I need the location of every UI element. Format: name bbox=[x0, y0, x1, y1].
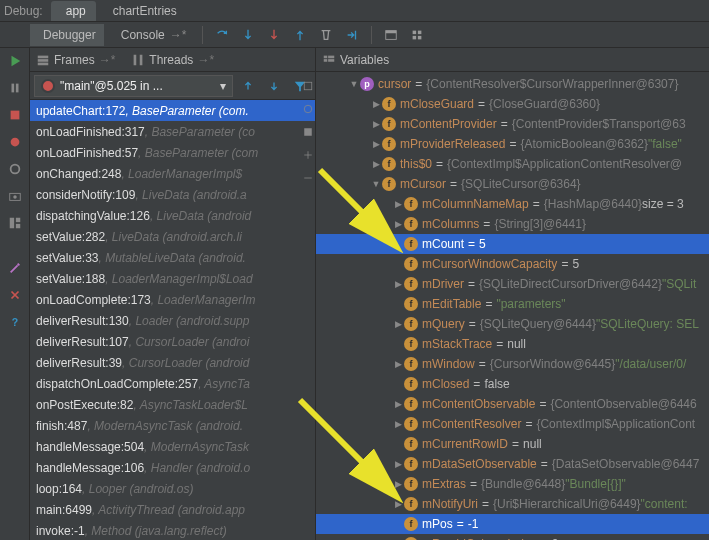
svg-rect-11 bbox=[418, 35, 422, 39]
variable-row[interactable]: fmStackTrace = null bbox=[316, 334, 709, 354]
pause-button[interactable] bbox=[8, 81, 22, 98]
svg-rect-34 bbox=[324, 59, 328, 62]
resume-button[interactable] bbox=[8, 54, 22, 71]
tab-chart-entries[interactable]: chartEntries bbox=[98, 1, 187, 21]
magic-wand-button[interactable] bbox=[8, 261, 22, 278]
stack-frame[interactable]: setValue:33, MutableLiveData (android. bbox=[30, 247, 315, 268]
stack-frame[interactable]: onLoadFinished:317, BaseParameter (co bbox=[30, 121, 315, 142]
svg-rect-32 bbox=[324, 55, 328, 58]
variable-row[interactable]: fmRowIdColumnIndex = 0 bbox=[316, 534, 709, 540]
stack-frame[interactable]: main:6499, ActivityThread (android.app bbox=[30, 499, 315, 520]
gutter-btn[interactable] bbox=[302, 149, 314, 164]
gutter-btn[interactable] bbox=[302, 103, 314, 118]
stack-frame[interactable]: loop:164, Looper (android.os) bbox=[30, 478, 315, 499]
close-button[interactable] bbox=[8, 288, 22, 305]
variable-row[interactable]: ▶fmColumns = {String[3]@6441} bbox=[316, 214, 709, 234]
stack-frame[interactable]: dispatchingValue:126, LiveData (android bbox=[30, 205, 315, 226]
variable-row[interactable]: ▶fmContentResolver = {ContextImpl$Applic… bbox=[316, 414, 709, 434]
variable-row[interactable]: fmCount = 5 bbox=[316, 234, 709, 254]
svg-rect-24 bbox=[38, 55, 49, 58]
camera-button[interactable] bbox=[8, 189, 22, 206]
svg-rect-35 bbox=[328, 59, 334, 62]
stack-frame[interactable]: setValue:282, LiveData (android.arch.li bbox=[30, 226, 315, 247]
stack-frame[interactable]: finish:487, ModernAsyncTask (android. bbox=[30, 415, 315, 436]
variable-row[interactable]: ▶fmColumnNameMap = {HashMap@6440} size =… bbox=[316, 194, 709, 214]
variable-row[interactable]: ▶fmCloseGuard = {CloseGuard@6360} bbox=[316, 94, 709, 114]
variable-row[interactable]: ▶fmExtras = {Bundle@6448} "Bundle[{}]" bbox=[316, 474, 709, 494]
svg-point-19 bbox=[13, 195, 17, 199]
svg-rect-29 bbox=[304, 82, 312, 90]
variable-row[interactable]: ▶fmDataSetObservable = {DataSetObservabl… bbox=[316, 454, 709, 474]
layout-button[interactable] bbox=[8, 216, 22, 233]
threads-header-label: Threads bbox=[149, 53, 193, 67]
debug-label: Debug: bbox=[4, 4, 43, 18]
variable-row[interactable]: ▶fmContentProvider = {ContentProvider$Tr… bbox=[316, 114, 709, 134]
svg-rect-26 bbox=[38, 62, 49, 65]
variable-row[interactable]: ▶fmDriver = {SQLiteDirectCursorDriver@64… bbox=[316, 274, 709, 294]
variable-row[interactable]: ▼fmCursor = {SQLiteCursor@6364} bbox=[316, 174, 709, 194]
gutter-btn[interactable] bbox=[302, 172, 314, 187]
stack-frame[interactable]: deliverResult:130, Loader (android.supp bbox=[30, 310, 315, 331]
debug-tabs-bar: Debug: app chartEntries bbox=[0, 0, 709, 22]
svg-rect-22 bbox=[15, 224, 19, 228]
variable-row[interactable]: fmClosed = false bbox=[316, 374, 709, 394]
force-step-into-button[interactable] bbox=[263, 24, 285, 46]
svg-point-17 bbox=[10, 165, 19, 174]
stack-frame[interactable]: dispatchOnLoadComplete:257, AsyncTa bbox=[30, 373, 315, 394]
gutter-btn[interactable] bbox=[302, 126, 314, 141]
variable-row[interactable]: ▼pcursor = {ContentResolver$CursorWrappe… bbox=[316, 74, 709, 94]
stack-frame[interactable]: handleMessage:504, ModernAsyncTask bbox=[30, 436, 315, 457]
step-over-button[interactable] bbox=[211, 24, 233, 46]
stack-frame[interactable]: considerNotify:109, LiveData (android.a bbox=[30, 184, 315, 205]
drop-frame-button[interactable] bbox=[315, 24, 337, 46]
run-to-cursor-button[interactable] bbox=[341, 24, 363, 46]
stack-frame[interactable]: onChanged:248, LoaderManagerImpl$ bbox=[30, 163, 315, 184]
stop-button[interactable] bbox=[8, 108, 22, 125]
console-tab-button[interactable]: Console →* bbox=[108, 24, 195, 46]
tab-label: app bbox=[66, 4, 86, 18]
debugger-tab-button[interactable]: Debugger bbox=[30, 24, 104, 46]
step-into-button[interactable] bbox=[237, 24, 259, 46]
prev-frame-button[interactable] bbox=[237, 75, 259, 97]
svg-rect-7 bbox=[386, 30, 397, 33]
stack-frames-list[interactable]: updateChart:172, BaseParameter (com.onLo… bbox=[30, 100, 315, 540]
thread-name: "main"@5.025 in ... bbox=[60, 79, 215, 93]
stack-frame[interactable]: deliverResult:39, CursorLoader (android bbox=[30, 352, 315, 373]
variable-row[interactable]: ▶fthis$0 = {ContextImpl$ApplicationConte… bbox=[316, 154, 709, 174]
view-breakpoints-button[interactable] bbox=[8, 135, 22, 152]
tab-app[interactable]: app bbox=[51, 1, 96, 21]
stack-frame[interactable]: onPostExecute:82, AsyncTaskLoader$L bbox=[30, 394, 315, 415]
stack-frame[interactable]: onLoadComplete:173, LoaderManagerIm bbox=[30, 289, 315, 310]
help-button[interactable]: ? bbox=[8, 315, 22, 332]
stack-frame[interactable]: invoke:-1, Method (java.lang.reflect) bbox=[30, 520, 315, 540]
thread-selector[interactable]: "main"@5.025 in ... ▾ bbox=[34, 75, 233, 97]
variable-row[interactable]: fmEditTable = "parameters" bbox=[316, 294, 709, 314]
variables-tree[interactable]: ▼pcursor = {ContentResolver$CursorWrappe… bbox=[316, 72, 709, 540]
stack-frame[interactable]: updateChart:172, BaseParameter (com. bbox=[30, 100, 315, 121]
mute-breakpoints-button[interactable] bbox=[8, 162, 22, 179]
variable-row[interactable]: ▶fmQuery = {SQLiteQuery@6444} "SQLiteQue… bbox=[316, 314, 709, 334]
stack-frame[interactable]: setValue:188, LoaderManagerImpl$Load bbox=[30, 268, 315, 289]
variable-row[interactable]: fmCursorWindowCapacity = 5 bbox=[316, 254, 709, 274]
svg-point-30 bbox=[304, 105, 312, 113]
settings-button[interactable] bbox=[406, 24, 428, 46]
evaluate-button[interactable] bbox=[380, 24, 402, 46]
stack-frame[interactable]: deliverResult:107, CursorLoader (androi bbox=[30, 331, 315, 352]
svg-rect-13 bbox=[11, 84, 14, 93]
step-out-button[interactable] bbox=[289, 24, 311, 46]
chevron-down-icon: ▾ bbox=[220, 79, 226, 93]
variable-row[interactable]: fmCurrentRowID = null bbox=[316, 434, 709, 454]
next-frame-button[interactable] bbox=[263, 75, 285, 97]
variable-row[interactable]: fmPos = -1 bbox=[316, 514, 709, 534]
svg-rect-31 bbox=[304, 128, 312, 136]
stack-frame[interactable]: onLoadFinished:57, BaseParameter (com bbox=[30, 142, 315, 163]
variable-row[interactable]: ▶fmNotifyUri = {Uri$HierarchicalUri@6449… bbox=[316, 494, 709, 514]
variable-row[interactable]: ▶fmWindow = {CursorWindow@6445} "/data/u… bbox=[316, 354, 709, 374]
console-label: Console bbox=[121, 28, 165, 42]
stack-frame[interactable]: handleMessage:106, Handler (android.o bbox=[30, 457, 315, 478]
debug-left-gutter: ? bbox=[0, 48, 30, 540]
gutter-btn[interactable] bbox=[302, 80, 314, 95]
variable-row[interactable]: ▶fmProviderReleased = {AtomicBoolean@636… bbox=[316, 134, 709, 154]
frames-icon bbox=[36, 53, 50, 67]
variable-row[interactable]: ▶fmContentObservable = {ContentObservabl… bbox=[316, 394, 709, 414]
